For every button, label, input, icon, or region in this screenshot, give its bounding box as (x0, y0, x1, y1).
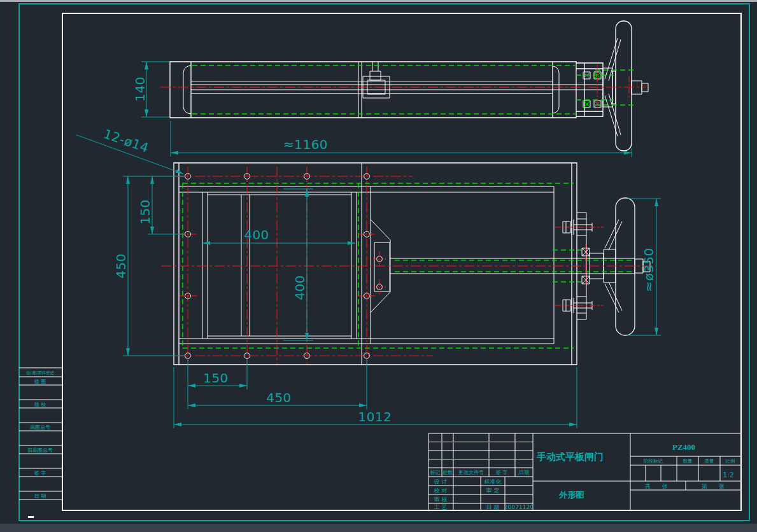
rev-header-changedoc: 更改文件号 (458, 470, 484, 475)
dim-left-span: 450 (113, 253, 129, 279)
rev-header-mark: 标记 (430, 470, 441, 475)
rev-header-count: 处数 (442, 470, 453, 475)
view-name: 外形图 (559, 490, 584, 500)
dim-wheel-dia: ≈ø350 (641, 248, 656, 292)
scale-label: 比例 (726, 458, 735, 464)
mass-label: 质量 (705, 458, 715, 464)
title-block: 标记 处数 更改文件号 签 字 日期 设 计 标准化 校 对 审 定 审 核 工… (428, 433, 741, 510)
cell-date-label: 日 期 (486, 504, 500, 510)
rev-header-date: 日期 (519, 470, 529, 475)
dimensions: 140 ≈1160 12-ø14 450 150 400 400 150 450… (76, 62, 661, 428)
stage-label: 阶段标记 (644, 458, 663, 464)
top-view (160, 21, 648, 151)
rev-header-sign: 签 字 (496, 470, 508, 475)
sheet-index: 第 张 (702, 483, 725, 489)
dim-top-height: 140 (132, 76, 148, 102)
margin-row-base-no: 底图总号 (30, 424, 50, 430)
dim-left-pitch: 150 (138, 199, 153, 225)
qty-label: 数量 (683, 458, 693, 464)
sheet-total: 共 张 (645, 483, 668, 489)
dim-top-length: ≈1160 (283, 137, 328, 152)
margin-row-trace-check: 描 校 (34, 402, 46, 407)
dim-open-height: 400 (292, 275, 308, 300)
dim-open-width: 400 (244, 227, 269, 242)
dim-bottom-span: 450 (266, 390, 292, 405)
dim-holes-callout: 12-ø14 (102, 126, 151, 156)
inner-border (62, 13, 741, 510)
margin-row-date: 日 期 (34, 493, 46, 499)
cad-drawing: 140 ≈1160 12-ø14 450 150 400 400 150 450… (0, 0, 757, 532)
plot-mark (28, 516, 34, 518)
cell-design: 设 计 (434, 479, 448, 485)
scale-value: 1:2 (723, 471, 734, 479)
front-view (161, 163, 656, 365)
cell-check: 校 对 (434, 487, 448, 494)
cell-date-value: 20071120 (504, 504, 534, 510)
drawing-number: PZ400 (672, 442, 695, 452)
dim-bottom-pitch: 150 (203, 370, 229, 386)
dim-overall-width: 1012 (358, 409, 392, 424)
margin-table: 借(通)用件登记 描 图 描 校 底图总号 旧底图总号 签 字 日 期 (19, 368, 62, 500)
window-top-edge (0, 0, 757, 2)
cad-viewport: 140 ≈1160 12-ø14 450 150 400 400 150 450… (0, 0, 757, 532)
cell-standardization: 标准化 (484, 479, 502, 485)
cell-approve: 审 定 (486, 487, 500, 494)
margin-row-sign: 签 字 (34, 470, 46, 476)
cell-review: 审 核 (434, 496, 448, 503)
handwheel-front (616, 198, 635, 335)
margin-row-trace: 描 图 (34, 379, 46, 384)
margin-row-borrow: 借(通)用件登记 (26, 370, 55, 375)
product-name: 手动式平板闸门 (536, 451, 604, 463)
margin-row-old-base-no: 旧底图总号 (27, 447, 53, 453)
cell-craft: 工 艺 (434, 504, 448, 510)
status-band (0, 524, 757, 532)
